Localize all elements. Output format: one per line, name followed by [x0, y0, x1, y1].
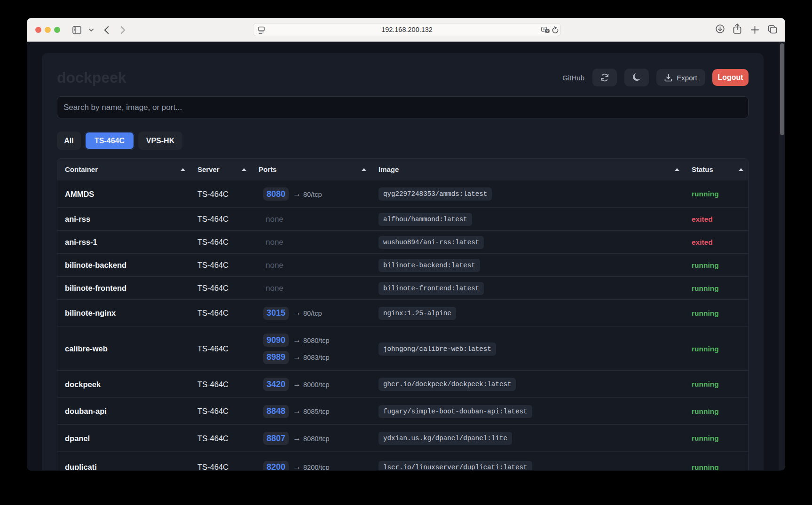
svg-text:文: 文 — [546, 29, 549, 32]
